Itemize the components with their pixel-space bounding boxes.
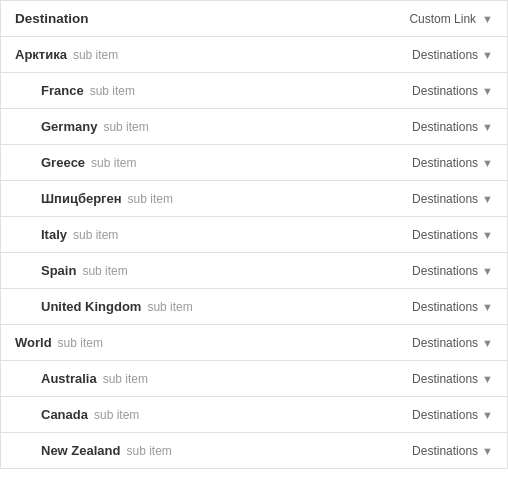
canada-sub-label: sub item: [94, 408, 139, 422]
uk-name: United Kingdom: [41, 299, 141, 314]
spain-destinations: Destinations: [412, 264, 478, 278]
custom-link-area[interactable]: Custom Link ▼: [409, 12, 493, 26]
australia-destinations: Destinations: [412, 372, 478, 386]
germany-chevron-icon: ▼: [482, 121, 493, 133]
germany-name: Germany: [41, 119, 97, 134]
menu-item-world[interactable]: World sub item Destinations ▼: [0, 325, 508, 361]
menu-item-germany[interactable]: Germany sub item Destinations ▼: [0, 109, 508, 145]
greece-destinations: Destinations: [412, 156, 478, 170]
italy-chevron-icon: ▼: [482, 229, 493, 241]
world-name: World: [15, 335, 52, 350]
world-destinations: Destinations: [412, 336, 478, 350]
spain-sub-label: sub item: [82, 264, 127, 278]
menu-item-spain[interactable]: Spain sub item Destinations ▼: [0, 253, 508, 289]
custom-link-label: Custom Link: [409, 12, 476, 26]
greece-name: Greece: [41, 155, 85, 170]
menu-list: Destination Custom Link ▼ Арктика sub it…: [0, 0, 508, 469]
menu-item-united-kingdom[interactable]: United Kingdom sub item Destinations ▼: [0, 289, 508, 325]
world-chevron-icon: ▼: [482, 337, 493, 349]
uk-chevron-icon: ▼: [482, 301, 493, 313]
canada-chevron-icon: ▼: [482, 409, 493, 421]
шпицберген-sub-label: sub item: [128, 192, 173, 206]
canada-destinations: Destinations: [412, 408, 478, 422]
uk-sub-label: sub item: [147, 300, 192, 314]
france-destinations: Destinations: [412, 84, 478, 98]
australia-name: Australia: [41, 371, 97, 386]
арктика-sub-label: sub item: [73, 48, 118, 62]
destination-title: Destination: [15, 11, 89, 26]
арктика-destinations: Destinations: [412, 48, 478, 62]
шпицберген-name: Шпицберген: [41, 191, 122, 206]
greece-chevron-icon: ▼: [482, 157, 493, 169]
menu-item-new-zealand[interactable]: New Zealand sub item Destinations ▼: [0, 433, 508, 469]
australia-sub-label: sub item: [103, 372, 148, 386]
new-zealand-name: New Zealand: [41, 443, 120, 458]
шпицберген-chevron-icon: ▼: [482, 193, 493, 205]
арктика-chevron-icon: ▼: [482, 49, 493, 61]
destination-header-left: Destination: [15, 11, 89, 26]
germany-sub-label: sub item: [103, 120, 148, 134]
france-chevron-icon: ▼: [482, 85, 493, 97]
spain-name: Spain: [41, 263, 76, 278]
italy-destinations: Destinations: [412, 228, 478, 242]
italy-name: Italy: [41, 227, 67, 242]
france-sub-label: sub item: [90, 84, 135, 98]
france-name: France: [41, 83, 84, 98]
germany-destinations: Destinations: [412, 120, 478, 134]
new-zealand-chevron-icon: ▼: [482, 445, 493, 457]
арктика-name: Арктика: [15, 47, 67, 62]
uk-destinations: Destinations: [412, 300, 478, 314]
menu-item-australia[interactable]: Australia sub item Destinations ▼: [0, 361, 508, 397]
menu-item-canada[interactable]: Canada sub item Destinations ▼: [0, 397, 508, 433]
italy-sub-label: sub item: [73, 228, 118, 242]
australia-chevron-icon: ▼: [482, 373, 493, 385]
menu-item-арктика[interactable]: Арктика sub item Destinations ▼: [0, 37, 508, 73]
greece-sub-label: sub item: [91, 156, 136, 170]
menu-item-france[interactable]: France sub item Destinations ▼: [0, 73, 508, 109]
destination-header[interactable]: Destination Custom Link ▼: [0, 1, 508, 37]
world-sub-label: sub item: [58, 336, 103, 350]
menu-item-greece[interactable]: Greece sub item Destinations ▼: [0, 145, 508, 181]
new-zealand-sub-label: sub item: [126, 444, 171, 458]
new-zealand-destinations: Destinations: [412, 444, 478, 458]
canada-name: Canada: [41, 407, 88, 422]
spain-chevron-icon: ▼: [482, 265, 493, 277]
destination-chevron-icon: ▼: [482, 13, 493, 25]
menu-item-italy[interactable]: Italy sub item Destinations ▼: [0, 217, 508, 253]
menu-item-шпицберген[interactable]: Шпицберген sub item Destinations ▼: [0, 181, 508, 217]
шпицберген-destinations: Destinations: [412, 192, 478, 206]
